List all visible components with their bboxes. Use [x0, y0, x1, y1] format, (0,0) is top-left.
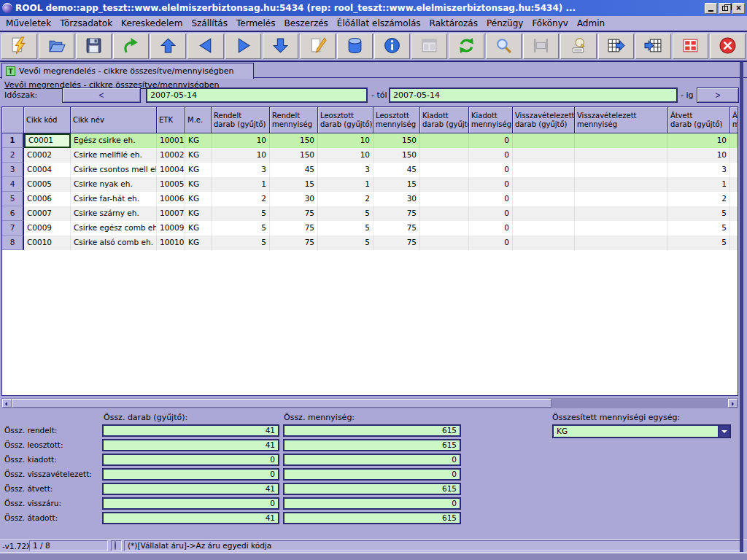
- cell-kiadott-mennyiseg[interactable]: 0: [469, 177, 513, 192]
- cell-kiadott-mennyiseg[interactable]: 0: [469, 221, 513, 236]
- cell-atvett-mennyiseg-clipped[interactable]: [730, 163, 738, 177]
- cell-me[interactable]: KG: [185, 236, 212, 250]
- row-number[interactable]: 3: [2, 163, 24, 177]
- cell-kiadott-darab[interactable]: [420, 177, 469, 192]
- table-row[interactable]: 7C0009Csirke egész comb eh.10009KG575575…: [2, 221, 738, 236]
- toolbar-button-frame[interactable]: [523, 34, 559, 59]
- row-number[interactable]: 2: [2, 148, 24, 163]
- cell-visszavetelezett-mennyiseg[interactable]: [575, 221, 668, 236]
- row-number[interactable]: 6: [2, 206, 24, 221]
- cell-etk[interactable]: 10009: [157, 221, 185, 236]
- cell-visszavetelezett-darab[interactable]: [513, 133, 575, 148]
- scroll-right-arrow[interactable]: [728, 399, 738, 408]
- cell-cikk-kod[interactable]: C0010: [24, 236, 71, 250]
- cell-leosztott-darab[interactable]: 5: [318, 236, 374, 250]
- period-to-input[interactable]: [389, 88, 678, 103]
- cell-atvett-mennyiseg-clipped[interactable]: [730, 133, 738, 148]
- cell-me[interactable]: KG: [185, 133, 212, 148]
- cell-atvett-mennyiseg-clipped[interactable]: [730, 177, 738, 192]
- toolbar-button-execute[interactable]: [1, 34, 37, 59]
- toolbar-button-undo[interactable]: [113, 34, 149, 59]
- toolbar-button-keypad[interactable]: [560, 34, 596, 59]
- table-row[interactable]: 4C0005Csirke nyak eh.10005KG11511501: [2, 177, 738, 192]
- cell-cikk-kod[interactable]: C0005: [24, 177, 71, 192]
- cell-kiadott-mennyiseg[interactable]: 0: [469, 236, 513, 250]
- table-row[interactable]: 1C0001Egész csirke eh.10001KG10150101500…: [2, 133, 738, 148]
- column-header-leosztott-darab[interactable]: Leosztottdarab (gyűjtő): [318, 107, 374, 133]
- cell-cikk-nev[interactable]: Csirke csontos mell eh.: [71, 163, 157, 177]
- cell-visszavetelezett-darab[interactable]: [513, 177, 575, 192]
- cell-etk[interactable]: 10005: [157, 177, 185, 192]
- toolbar-button-import-grid[interactable]: [635, 34, 671, 59]
- cell-leosztott-darab[interactable]: 10: [318, 148, 374, 163]
- summary-mennyiseg-field-ossz-rendelt[interactable]: 615: [283, 424, 461, 437]
- summary-darab-field-ossz-rendelt[interactable]: 41: [102, 424, 279, 437]
- cell-visszavetelezett-mennyiseg[interactable]: [575, 206, 668, 221]
- summary-mennyiseg-field-ossz-leosztott[interactable]: 615: [283, 439, 461, 451]
- cell-visszavetelezett-mennyiseg[interactable]: [575, 133, 668, 148]
- cell-cikk-kod[interactable]: C0004: [24, 163, 71, 177]
- column-header-atvett-mennyiseg-clipped[interactable]: Átm: [730, 107, 738, 133]
- cell-rendelt-darab[interactable]: 10: [212, 148, 270, 163]
- menu-item-raktarozas[interactable]: Raktározás: [425, 17, 482, 30]
- unit-dropdown[interactable]: KG: [552, 424, 731, 438]
- menu-item-penzugy[interactable]: Pénzügy: [482, 17, 527, 30]
- cell-visszavetelezett-darab[interactable]: [513, 221, 575, 236]
- toolbar-button-database[interactable]: [337, 34, 373, 59]
- cell-cikk-nev[interactable]: Csirke egész comb eh.: [71, 221, 157, 236]
- summary-mennyiseg-field-ossz-atadott[interactable]: 615: [283, 512, 461, 524]
- cell-atvett-darab[interactable]: 10: [668, 148, 730, 163]
- cell-cikk-nev[interactable]: Csirke szárny eh.: [71, 206, 157, 221]
- cell-etk[interactable]: 10004: [157, 163, 185, 177]
- cell-rendelt-darab[interactable]: 5: [212, 206, 270, 221]
- row-number[interactable]: 1: [2, 133, 24, 148]
- cell-atvett-mennyiseg-clipped[interactable]: [730, 192, 738, 206]
- cell-kiadott-darab[interactable]: [420, 192, 469, 206]
- summary-darab-field-ossz-atvett[interactable]: 41: [102, 483, 279, 495]
- table-row[interactable]: 3C0004Csirke csontos mell eh.10004KG3453…: [2, 163, 738, 177]
- cell-me[interactable]: KG: [185, 192, 212, 206]
- cell-rendelt-mennyiseg[interactable]: 30: [270, 192, 318, 206]
- column-header-cikk-kod[interactable]: Cikk kód: [24, 107, 71, 133]
- scroll-left-arrow[interactable]: [2, 399, 12, 408]
- cell-kiadott-darab[interactable]: [420, 148, 469, 163]
- cell-atvett-darab[interactable]: 1: [668, 177, 730, 192]
- column-header-me[interactable]: M.e.: [185, 107, 212, 133]
- toolbar-button-next-record[interactable]: [225, 34, 261, 59]
- cell-me[interactable]: KG: [185, 206, 212, 221]
- cell-cikk-kod[interactable]: C0002: [24, 148, 71, 163]
- summary-darab-field-ossz-kiadott[interactable]: 0: [102, 454, 279, 466]
- cell-etk[interactable]: 10010: [157, 236, 185, 250]
- cell-visszavetelezett-darab[interactable]: [513, 192, 575, 206]
- cell-kiadott-mennyiseg[interactable]: 0: [469, 148, 513, 163]
- cell-cikk-nev[interactable]: Csirke far-hát eh.: [71, 192, 157, 206]
- summary-mennyiseg-field-ossz-atvett[interactable]: 615: [283, 483, 461, 495]
- menu-item-termeles[interactable]: Termelés: [232, 17, 279, 30]
- cell-visszavetelezett-darab[interactable]: [513, 163, 575, 177]
- summary-mennyiseg-field-ossz-visszavetelezett[interactable]: 0: [283, 468, 461, 481]
- toolbar-button-info[interactable]: [374, 34, 410, 59]
- cell-leosztott-mennyiseg[interactable]: 30: [374, 192, 420, 206]
- menu-item-muveletek[interactable]: Műveletek: [1, 17, 55, 30]
- toolbar-button-refresh[interactable]: [449, 34, 484, 59]
- menu-item-szallitas[interactable]: Szállítás: [187, 17, 232, 30]
- cell-cikk-nev[interactable]: Csirke mellfilé eh.: [71, 148, 157, 163]
- cell-leosztott-darab[interactable]: 1: [318, 177, 374, 192]
- toolbar-button-window-layout[interactable]: [411, 34, 447, 59]
- cell-me[interactable]: KG: [185, 148, 212, 163]
- menu-item-fokonyv[interactable]: Főkönyv: [527, 17, 573, 30]
- summary-mennyiseg-field-ossz-visszaru[interactable]: 0: [283, 497, 461, 510]
- toolbar-button-previous-record[interactable]: [187, 34, 223, 59]
- column-header-rendelt-darab[interactable]: Rendeltdarab (gyűjtő): [212, 107, 270, 133]
- cell-kiadott-darab[interactable]: [420, 206, 469, 221]
- cell-rendelt-mennyiseg[interactable]: 75: [270, 236, 318, 250]
- cell-atvett-mennyiseg-clipped[interactable]: [730, 236, 738, 250]
- table-row[interactable]: 5C0006Csirke far-hát eh.10006KG23023002: [2, 192, 738, 206]
- cell-visszavetelezett-mennyiseg[interactable]: [575, 177, 668, 192]
- column-header-row-number[interactable]: [2, 107, 24, 133]
- cell-leosztott-mennyiseg[interactable]: 45: [374, 163, 420, 177]
- cell-leosztott-mennyiseg[interactable]: 75: [374, 236, 420, 250]
- restore-button[interactable]: [719, 3, 731, 14]
- table-row[interactable]: 6C0007Csirke szárny eh.10007KG57557505: [2, 206, 738, 221]
- cell-atvett-darab[interactable]: 3: [668, 163, 730, 177]
